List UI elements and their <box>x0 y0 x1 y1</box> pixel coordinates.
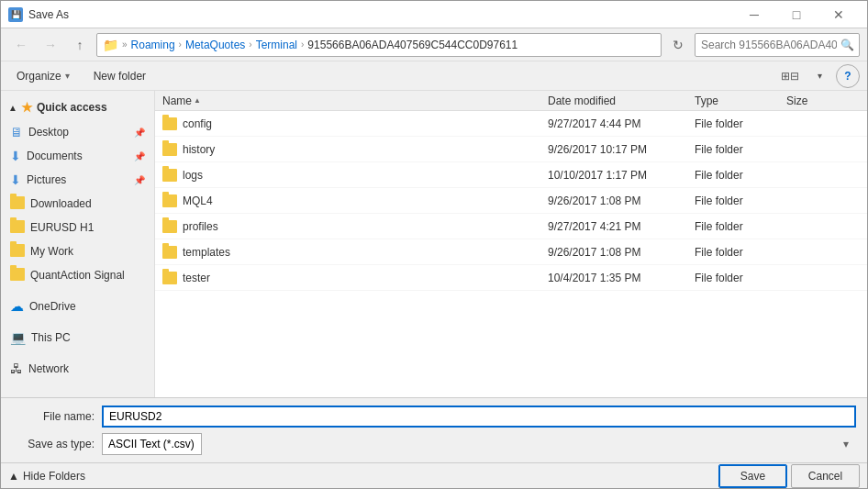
search-wrapper: 🔍 <box>695 33 860 57</box>
new-folder-button[interactable]: New folder <box>85 65 154 87</box>
close-button[interactable]: ✕ <box>818 1 860 28</box>
col-date-label: Date modified <box>548 94 616 107</box>
breadcrumb-metaquotes[interactable]: MetaQuotes <box>185 39 245 51</box>
breadcrumb-roaming[interactable]: Roaming <box>131 39 175 51</box>
file-folder-icon <box>162 272 177 284</box>
file-name: templates <box>183 246 230 259</box>
hide-folders-label: Hide Folders <box>23 470 85 483</box>
filename-input[interactable] <box>102 406 856 428</box>
search-input[interactable] <box>695 33 860 57</box>
table-row[interactable]: templates 9/26/2017 1:08 PM File folder <box>155 239 867 265</box>
save-label: Save <box>740 470 765 483</box>
action-bar: Organize ▾ New folder ⊞⊟ ▾ ? <box>1 61 867 91</box>
sidebar-item-eurusd[interactable]: EURUSD H1 <box>3 216 152 239</box>
help-label: ? <box>844 70 851 83</box>
col-size-label: Size <box>786 94 807 107</box>
desktop-pin: 📌 <box>134 128 145 138</box>
breadcrumb-current: 915566BA06ADA407569C544CC0D97611 <box>307 39 517 51</box>
table-row[interactable]: tester 10/4/2017 1:35 PM File folder <box>155 265 867 291</box>
hide-folders-arrow: ▲ <box>8 470 19 483</box>
filename-label: File name: <box>12 410 95 423</box>
documents-label: Documents <box>27 150 83 162</box>
sidebar-item-thispc[interactable]: 💻 This PC <box>3 326 152 350</box>
documents-icon: ⬇ <box>10 149 21 163</box>
breadcrumb-sep2: › <box>179 39 182 50</box>
view-dropdown-button[interactable]: ▾ <box>810 64 829 88</box>
sidebar-item-pictures[interactable]: ⬇ Pictures 📌 <box>3 168 152 192</box>
col-header-size[interactable]: Size <box>786 94 860 107</box>
forward-button[interactable]: → <box>38 32 63 58</box>
back-button[interactable]: ← <box>8 32 34 58</box>
maximize-button[interactable]: □ <box>775 1 818 28</box>
hide-folders-row: ▲ Hide Folders Save Cancel <box>1 462 867 488</box>
table-row[interactable]: logs 10/10/2017 1:17 PM File folder <box>155 162 867 188</box>
onedrive-label: OneDrive <box>29 300 76 313</box>
thispc-label: This PC <box>31 331 71 344</box>
file-type: File folder <box>695 220 786 233</box>
savetype-select[interactable]: ASCII Text (*.csv) <box>102 433 202 455</box>
save-button[interactable]: Save <box>718 464 787 488</box>
breadcrumb-sep3: › <box>249 39 251 50</box>
file-type: File folder <box>695 246 786 259</box>
quick-access-header[interactable]: ▲ ★ Quick access <box>1 94 154 120</box>
sidebar-item-mywork[interactable]: My Work <box>3 239 152 263</box>
view-button[interactable]: ⊞⊟ <box>777 64 803 88</box>
downloaded-icon <box>10 196 25 212</box>
file-name: MQL4 <box>183 194 213 207</box>
table-row[interactable]: profiles 9/27/2017 4:21 PM File folder <box>155 214 867 239</box>
col-type-label: Type <box>695 94 718 107</box>
sidebar-item-desktop[interactable]: 🖥 Desktop 📌 <box>3 120 152 144</box>
file-name-cell: profiles <box>162 220 548 233</box>
refresh-button[interactable]: ↻ <box>665 33 691 57</box>
organize-button[interactable]: Organize ▾ <box>8 65 78 87</box>
title-bar-left: 💾 Save As <box>8 7 69 22</box>
breadcrumb-terminal[interactable]: Terminal <box>256 39 297 51</box>
breadcrumb-bar[interactable]: 📁 » Roaming › MetaQuotes › Terminal › 91… <box>96 33 662 57</box>
cancel-button[interactable]: Cancel <box>791 464 860 488</box>
file-date: 10/4/2017 1:35 PM <box>548 272 695 284</box>
file-name-cell: MQL4 <box>162 194 548 207</box>
file-type: File folder <box>695 272 786 284</box>
file-folder-icon <box>162 220 177 233</box>
file-area: Name ▲ Date modified Type Size config 9/ <box>155 91 867 397</box>
table-row[interactable]: config 9/27/2017 4:44 PM File folder <box>155 111 867 137</box>
quick-access-label: Quick access <box>37 101 107 114</box>
col-name-label: Name <box>162 94 192 107</box>
table-row[interactable]: history 9/26/2017 10:17 PM File folder <box>155 137 867 162</box>
sidebar-item-onedrive[interactable]: ☁ OneDrive <box>3 295 152 318</box>
sidebar-item-network[interactable]: 🖧 Network <box>3 357 152 381</box>
cancel-label: Cancel <box>808 470 842 483</box>
col-header-name[interactable]: Name ▲ <box>162 94 548 107</box>
table-row[interactable]: MQL4 9/26/2017 1:08 PM File folder <box>155 188 867 214</box>
bottom-area: File name: Save as type: ASCII Text (*.c… <box>1 397 867 462</box>
sidebar: ▲ ★ Quick access 🖥 Desktop 📌 ⬇ Documents… <box>1 91 155 397</box>
help-button[interactable]: ? <box>836 64 860 88</box>
file-name-cell: history <box>162 143 548 156</box>
pictures-icon: ⬇ <box>10 172 21 187</box>
sidebar-item-documents[interactable]: ⬇ Documents 📌 <box>3 144 152 168</box>
sidebar-item-downloaded[interactable]: Downloaded <box>3 192 152 216</box>
hide-folders-button[interactable]: ▲ Hide Folders <box>8 470 85 483</box>
savetype-label: Save as type: <box>12 438 95 450</box>
up-button[interactable]: ↑ <box>67 32 93 58</box>
eurusd-icon <box>10 220 25 236</box>
col-header-type[interactable]: Type <box>695 94 786 107</box>
sort-arrow: ▲ <box>194 96 201 105</box>
file-date: 9/27/2017 4:44 PM <box>548 117 695 130</box>
col-header-date[interactable]: Date modified <box>548 94 695 107</box>
breadcrumb-sep4: › <box>301 39 304 50</box>
file-type: File folder <box>695 143 786 156</box>
quantaction-icon <box>10 268 25 283</box>
minimize-button[interactable]: ─ <box>733 1 775 28</box>
toolbar: ← → ↑ 📁 » Roaming › MetaQuotes › Termina… <box>1 28 867 61</box>
window-icon: 💾 <box>8 7 23 22</box>
organize-label: Organize <box>17 70 61 83</box>
breadcrumb-sep1: » <box>122 39 128 50</box>
sidebar-item-quantaction[interactable]: QuantAction Signal <box>3 263 152 287</box>
title-controls: ─ □ ✕ <box>733 1 860 28</box>
file-date: 9/26/2017 1:08 PM <box>548 194 695 207</box>
file-type: File folder <box>695 194 786 207</box>
savetype-select-wrapper: ASCII Text (*.csv) <box>102 433 856 455</box>
file-date: 9/26/2017 10:17 PM <box>548 143 695 156</box>
savetype-row: Save as type: ASCII Text (*.csv) <box>12 433 856 455</box>
